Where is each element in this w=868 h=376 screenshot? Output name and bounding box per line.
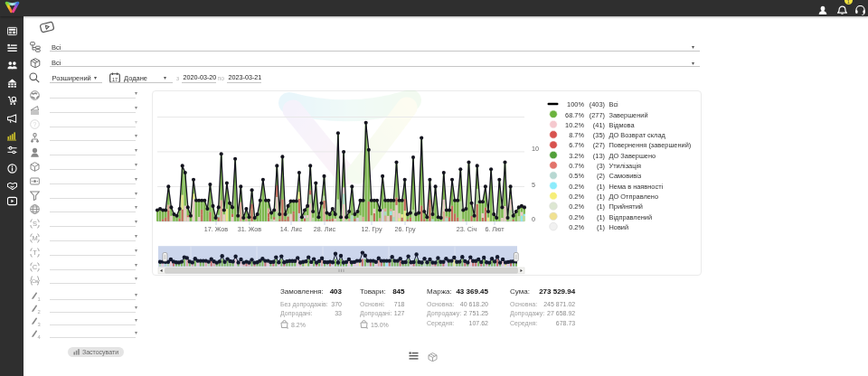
svg-text:14. Лис: 14. Лис xyxy=(280,225,303,233)
svg-text:ДО Возврат склад: ДО Возврат склад xyxy=(609,131,666,139)
svg-text:C: C xyxy=(33,263,38,271)
svg-text:(13): (13) xyxy=(593,152,605,160)
svg-text:68.7%: 68.7% xyxy=(565,111,584,119)
svg-text:M: M xyxy=(32,234,37,242)
svg-text:(27): (27) xyxy=(593,141,605,149)
svg-text:0.2%: 0.2% xyxy=(569,202,584,211)
svg-text:(1): (1) xyxy=(597,193,605,201)
svg-text:2: 2 xyxy=(37,308,40,314)
svg-text:(3): (3) xyxy=(597,162,605,170)
svg-text:1: 1 xyxy=(37,296,40,301)
svg-text:3.2%: 3.2% xyxy=(569,152,584,160)
svg-text:Всі: Всі xyxy=(609,100,619,108)
svg-text:4: 4 xyxy=(37,334,41,340)
svg-text:Утилізація: Утилізація xyxy=(609,162,642,170)
svg-text:17. Жов: 17. Жов xyxy=(204,225,229,233)
svg-text:(41): (41) xyxy=(593,121,605,129)
svg-text:31. Жов: 31. Жов xyxy=(238,225,262,233)
svg-text:100%: 100% xyxy=(567,100,584,108)
svg-text:(1): (1) xyxy=(597,202,605,211)
svg-text:(1): (1) xyxy=(597,183,605,191)
svg-text:(35): (35) xyxy=(593,131,605,139)
svg-text:10: 10 xyxy=(532,145,539,153)
svg-text:0.2%: 0.2% xyxy=(569,223,584,231)
svg-text:Відмова: Відмова xyxy=(609,121,636,129)
svg-text:0.5%: 0.5% xyxy=(569,172,584,180)
svg-text:12. Гру: 12. Гру xyxy=(362,225,382,233)
svg-text:(1): (1) xyxy=(597,223,605,231)
svg-text:Прийнятий: Прийнятий xyxy=(609,202,643,211)
svg-text:T: T xyxy=(33,249,37,257)
svg-text:0.2%: 0.2% xyxy=(569,213,584,221)
svg-text:Нема в наявності: Нема в наявності xyxy=(609,183,664,191)
svg-text:?: ? xyxy=(33,121,37,127)
svg-text:(277): (277) xyxy=(590,111,605,119)
svg-text:0.7%: 0.7% xyxy=(569,162,584,170)
svg-text:(2): (2) xyxy=(597,172,605,180)
svg-text:0: 0 xyxy=(532,215,535,223)
svg-text:5: 5 xyxy=(532,181,535,189)
svg-text:26. Гру: 26. Гру xyxy=(395,225,416,233)
svg-text:Самовивіз: Самовивіз xyxy=(609,172,642,180)
svg-text:Повернення (завершений): Повернення (завершений) xyxy=(609,141,692,149)
svg-text:x: x xyxy=(287,325,288,329)
svg-text:Відправлений: Відправлений xyxy=(609,213,653,221)
svg-text:28. Лис: 28. Лис xyxy=(314,225,336,233)
svg-text:(403): (403) xyxy=(590,100,605,108)
svg-text:S: S xyxy=(33,220,37,228)
svg-text:6.7%: 6.7% xyxy=(569,141,584,149)
svg-text:Завершений: Завершений xyxy=(609,111,648,119)
svg-text:(1): (1) xyxy=(597,213,605,221)
svg-text:6. Лют: 6. Лют xyxy=(485,225,505,233)
svg-text:8.7%: 8.7% xyxy=(569,131,584,139)
svg-text:Св: Св xyxy=(32,278,39,284)
svg-text:23. Січ: 23. Січ xyxy=(457,225,477,233)
svg-text:x: x xyxy=(366,325,368,329)
svg-text:ДО Отправлено: ДО Отправлено xyxy=(609,193,659,201)
svg-text:0.2%: 0.2% xyxy=(569,183,584,191)
svg-text:3: 3 xyxy=(37,322,40,327)
svg-text:10.2%: 10.2% xyxy=(565,121,584,129)
svg-text:Новий: Новий xyxy=(609,223,629,231)
svg-text:ДО Завершено: ДО Завершено xyxy=(609,152,656,160)
svg-text:0.2%: 0.2% xyxy=(569,193,584,201)
